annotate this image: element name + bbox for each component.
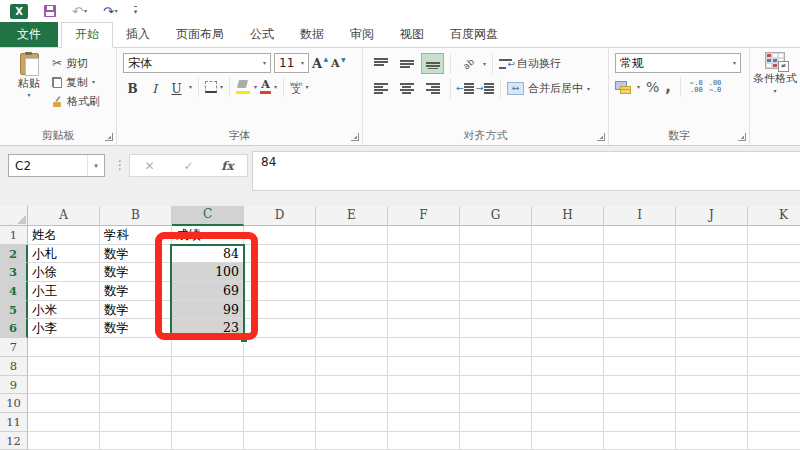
cell-J2[interactable] <box>676 245 748 264</box>
cell-K12[interactable] <box>748 432 800 450</box>
cell-K10[interactable] <box>748 394 800 413</box>
phonetic-guide-button[interactable]: wén 文 <box>290 80 302 94</box>
cell-I1[interactable] <box>604 226 676 245</box>
increase-indent-button[interactable]: → <box>477 83 494 94</box>
tab-开始[interactable]: 开始 <box>61 22 113 48</box>
cell-G3[interactable] <box>460 263 532 282</box>
cell-G4[interactable] <box>460 282 532 301</box>
align-top-button[interactable] <box>369 53 392 74</box>
dialog-launcher-icon[interactable] <box>351 133 359 141</box>
tab-文件[interactable]: 文件 <box>0 22 58 47</box>
resize-handle-icon[interactable]: ⋮ <box>114 158 126 172</box>
conditional-format-button[interactable]: ≠ 条件格式 ▾ <box>750 48 800 94</box>
cell-E4[interactable] <box>316 282 388 301</box>
customize-qat-icon[interactable]: ▾ <box>134 6 138 16</box>
cell-F12[interactable] <box>388 432 460 450</box>
column-header-B[interactable]: B <box>100 206 172 226</box>
cell-G5[interactable] <box>460 301 532 320</box>
cell-I9[interactable] <box>604 376 676 395</box>
cell-K2[interactable] <box>748 245 800 264</box>
cell-I12[interactable] <box>604 432 676 450</box>
cell-H2[interactable] <box>532 245 604 264</box>
cell-C8[interactable] <box>172 357 244 376</box>
cell-J12[interactable] <box>676 432 748 450</box>
cell-E2[interactable] <box>316 245 388 264</box>
cell-J10[interactable] <box>676 394 748 413</box>
cell-I10[interactable] <box>604 394 676 413</box>
row-header-9[interactable]: 9 <box>0 376 28 395</box>
cell-F2[interactable] <box>388 245 460 264</box>
name-box[interactable]: C2 ▾ <box>8 154 105 177</box>
cell-A3[interactable]: 小徐 <box>28 263 100 282</box>
redo-button[interactable]: ↷ ▾ <box>103 4 118 19</box>
insert-function-button[interactable]: fx <box>208 155 247 176</box>
chevron-down-icon[interactable]: ▾ <box>220 84 223 90</box>
percent-style-button[interactable]: % <box>646 79 659 95</box>
borders-icon[interactable] <box>205 81 217 93</box>
tab-审阅[interactable]: 审阅 <box>337 22 387 47</box>
column-header-K[interactable]: K <box>748 206 800 226</box>
bold-button[interactable]: B <box>123 78 142 96</box>
row-header-8[interactable]: 8 <box>0 357 28 376</box>
cell-K3[interactable] <box>748 263 800 282</box>
cell-H11[interactable] <box>532 413 604 432</box>
cell-G9[interactable] <box>460 376 532 395</box>
save-icon[interactable] <box>44 5 56 17</box>
cell-G10[interactable] <box>460 394 532 413</box>
cancel-button[interactable]: ✕ <box>130 155 169 176</box>
column-header-C[interactable]: C <box>172 206 244 226</box>
row-header-7[interactable]: 7 <box>0 338 28 357</box>
tab-数据[interactable]: 数据 <box>287 22 337 47</box>
decrease-decimal-button[interactable]: .00 →.0 <box>709 80 722 95</box>
cell-H6[interactable] <box>532 319 604 338</box>
cell-D9[interactable] <box>244 376 316 395</box>
cell-E10[interactable] <box>316 394 388 413</box>
align-center-button[interactable] <box>395 78 418 99</box>
row-header-3[interactable]: 3 <box>0 263 28 282</box>
column-header-G[interactable]: G <box>460 206 532 226</box>
cell-C9[interactable] <box>172 376 244 395</box>
dialog-launcher-icon[interactable] <box>597 133 605 141</box>
row-header-12[interactable]: 12 <box>0 432 28 450</box>
formula-input[interactable]: 84 <box>252 151 800 191</box>
chevron-down-icon[interactable]: ▾ <box>88 162 104 170</box>
column-header-A[interactable]: A <box>28 206 100 226</box>
cell-F10[interactable] <box>388 394 460 413</box>
number-format-select[interactable]: 常规 ▾ <box>615 53 741 73</box>
align-middle-button[interactable] <box>395 53 418 74</box>
cell-G7[interactable] <box>460 338 532 357</box>
row-header-2[interactable]: 2 <box>0 245 28 264</box>
cell-J3[interactable] <box>676 263 748 282</box>
font-size-select[interactable]: 11 ▾ <box>274 53 309 73</box>
cell-H7[interactable] <box>532 338 604 357</box>
cell-I7[interactable] <box>604 338 676 357</box>
enter-button[interactable]: ✓ <box>169 155 208 176</box>
cell-C10[interactable] <box>172 394 244 413</box>
cell-F5[interactable] <box>388 301 460 320</box>
cell-A12[interactable] <box>28 432 100 450</box>
font-color-button[interactable]: A <box>260 80 271 94</box>
cell-H8[interactable] <box>532 357 604 376</box>
cell-K8[interactable] <box>748 357 800 376</box>
cell-E11[interactable] <box>316 413 388 432</box>
wrap-text-button[interactable]: ↩ 自动换行 <box>499 56 561 71</box>
cell-K7[interactable] <box>748 338 800 357</box>
cell-B11[interactable] <box>100 413 172 432</box>
cell-B10[interactable] <box>100 394 172 413</box>
cell-I5[interactable] <box>604 301 676 320</box>
cell-B9[interactable] <box>100 376 172 395</box>
column-header-J[interactable]: J <box>676 206 748 226</box>
cell-B8[interactable] <box>100 357 172 376</box>
cell-G2[interactable] <box>460 245 532 264</box>
cell-J7[interactable] <box>676 338 748 357</box>
cell-D10[interactable] <box>244 394 316 413</box>
cell-F4[interactable] <box>388 282 460 301</box>
row-header-5[interactable]: 5 <box>0 301 28 320</box>
cell-G6[interactable] <box>460 319 532 338</box>
cell-E6[interactable] <box>316 319 388 338</box>
cell-A11[interactable] <box>28 413 100 432</box>
cell-I6[interactable] <box>604 319 676 338</box>
cell-J4[interactable] <box>676 282 748 301</box>
fill-color-icon[interactable] <box>236 80 251 94</box>
cell-A1[interactable]: 姓名 <box>28 226 100 245</box>
